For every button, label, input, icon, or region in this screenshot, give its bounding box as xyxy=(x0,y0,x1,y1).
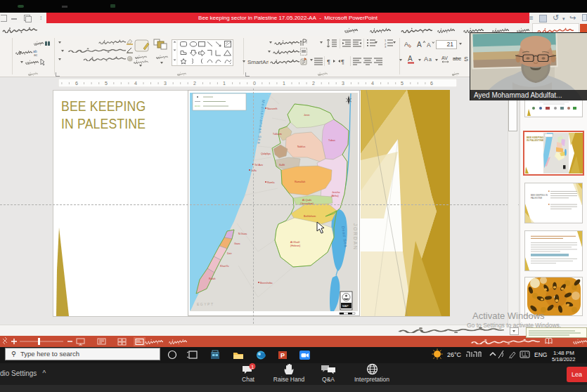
svg-text:Ramallah: Ramallah xyxy=(295,181,305,183)
svg-text:KhanYu: KhanYu xyxy=(220,265,229,268)
svg-text:(Hebron): (Hebron) xyxy=(290,244,300,247)
svg-text:Al-Khalil: Al-Khalil xyxy=(290,241,299,244)
svg-text:5: 5 xyxy=(105,81,108,86)
svg-text:PALESTINE: PALESTINE xyxy=(531,197,542,200)
svg-text:Nazareth: Nazareth xyxy=(267,107,278,110)
svg-text:A: A xyxy=(427,41,431,48)
svg-text:SmartArt: SmartArt xyxy=(247,59,269,65)
svg-text:1: 1 xyxy=(251,365,254,370)
svg-text:EGYPT: EGYPT xyxy=(197,302,214,306)
svg-text:2: 2 xyxy=(312,81,315,86)
svg-text:Al-Quds: Al-Quds xyxy=(302,199,311,202)
svg-text:ENG: ENG xyxy=(534,351,547,358)
svg-text:0: 0 xyxy=(253,81,256,86)
svg-text:Nablus: Nablus xyxy=(297,145,305,148)
svg-text:P: P xyxy=(280,352,285,359)
svg-text:26°C: 26°C xyxy=(447,351,462,358)
svg-text:6: 6 xyxy=(75,81,78,86)
svg-text:Tubas: Tubas xyxy=(328,139,335,142)
svg-text:Gaza: Gaza xyxy=(234,242,240,245)
svg-text:BEE KEEPING: BEE KEEPING xyxy=(527,136,544,138)
svg-text:A: A xyxy=(417,41,422,48)
svg-text:4: 4 xyxy=(134,81,137,86)
svg-text:Qalqiliya: Qalqiliya xyxy=(261,152,271,155)
svg-text:N.Gaza: N.Gaza xyxy=(238,233,247,235)
svg-text:5: 5 xyxy=(401,81,404,86)
svg-text:1: 1 xyxy=(283,81,285,86)
svg-text:A: A xyxy=(404,41,408,48)
svg-text:3: 3 xyxy=(164,81,167,86)
svg-text:a: a xyxy=(429,57,432,62)
svg-text:Ramla: Ramla xyxy=(267,181,274,184)
svg-text:¶: ¶ xyxy=(341,58,344,65)
svg-text:2: 2 xyxy=(193,81,196,86)
svg-text:ac: ac xyxy=(34,53,38,56)
svg-text:Tulkarm: Tulkarm xyxy=(273,133,282,136)
svg-text:¶: ¶ xyxy=(327,58,330,65)
svg-text:6: 6 xyxy=(430,81,433,86)
svg-text:MAP: MAP xyxy=(342,304,349,308)
svg-text:5/18/2022: 5/18/2022 xyxy=(552,356,575,362)
svg-text:Beersheba: Beersheba xyxy=(260,282,272,285)
svg-text:4: 4 xyxy=(371,81,374,86)
svg-text:A: A xyxy=(424,55,428,63)
svg-text:abc: abc xyxy=(453,55,461,62)
svg-text:Deir: Deir xyxy=(227,252,232,255)
svg-text:Rafah: Rafah xyxy=(209,277,216,280)
svg-text:IN PALESTINE: IN PALESTINE xyxy=(527,139,544,142)
svg-text:S: S xyxy=(464,55,468,63)
svg-text:1:48 PM: 1:48 PM xyxy=(553,350,574,356)
svg-text:3: 3 xyxy=(385,45,387,48)
svg-text:(Ariha): (Ariha) xyxy=(331,195,339,197)
svg-text:1: 1 xyxy=(223,81,226,86)
svg-text:Jericho: Jericho xyxy=(332,191,340,194)
svg-text:Jenin: Jenin xyxy=(304,114,310,117)
svg-text:JORDAN: JORDAN xyxy=(353,223,358,251)
svg-text:Salfit: Salfit xyxy=(279,164,285,166)
svg-text:Tel Aviv: Tel Aviv xyxy=(254,164,263,166)
svg-text:Bethlehem: Bethlehem xyxy=(304,215,316,218)
svg-text:3: 3 xyxy=(342,81,344,86)
svg-text:AV: AV xyxy=(441,55,448,60)
svg-text:A: A xyxy=(408,55,413,63)
